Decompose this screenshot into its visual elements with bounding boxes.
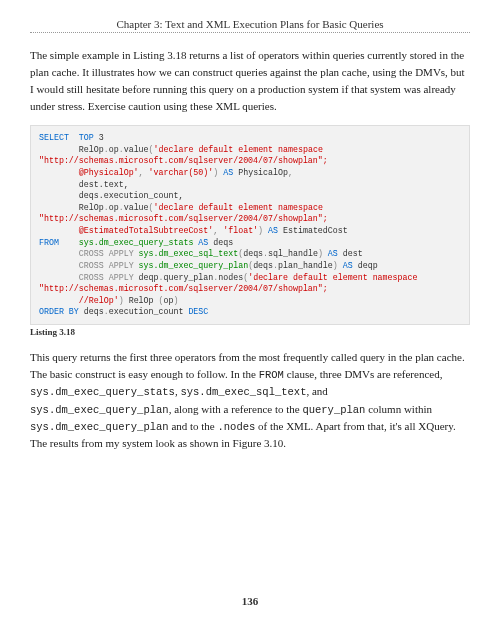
listing-label: Listing 3.18 xyxy=(30,327,470,337)
header-rule xyxy=(30,32,470,33)
chapter-header: Chapter 3: Text and XML Execution Plans … xyxy=(30,18,470,30)
page-number: 136 xyxy=(0,595,500,607)
paragraph-2: This query returns the first three opera… xyxy=(30,349,470,452)
code-block: SELECT TOP 3 RelOp.op.value('declare def… xyxy=(30,125,470,325)
page-container: Chapter 3: Text and XML Execution Plans … xyxy=(0,0,500,482)
paragraph-1: The simple example in Listing 3.18 retur… xyxy=(30,47,470,115)
